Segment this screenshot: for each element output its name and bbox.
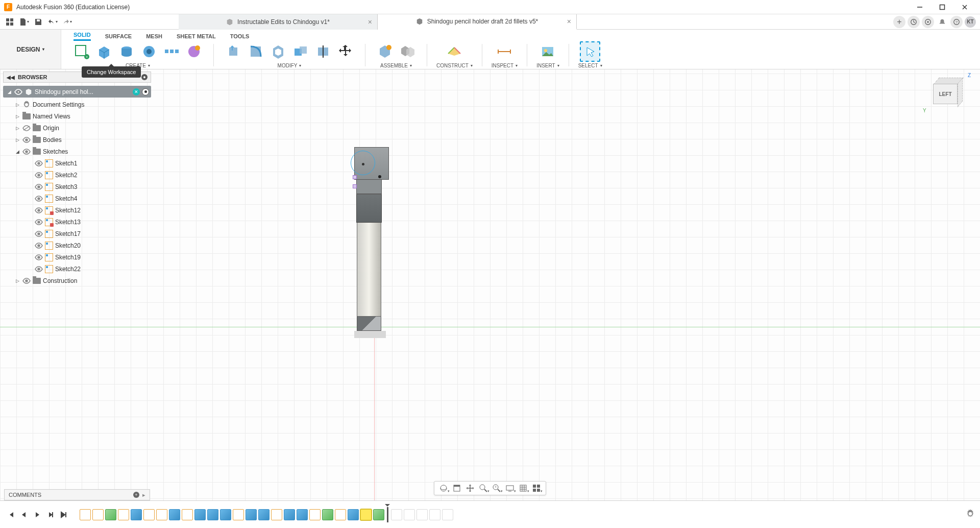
visibility-toggle[interactable] xyxy=(35,253,43,261)
ribbon-tab-sheetmetal[interactable]: SHEET METAL xyxy=(177,33,216,41)
timeline-feature[interactable] xyxy=(335,509,346,520)
split-button[interactable] xyxy=(313,41,333,62)
inspect-label[interactable]: INSPECT xyxy=(492,63,518,68)
timeline-settings-button[interactable] xyxy=(966,509,975,520)
assemble-label[interactable]: ASSEMBLE xyxy=(380,63,412,68)
timeline-step-back-button[interactable] xyxy=(18,509,30,520)
tree-node-sketch[interactable]: Sketch17 xyxy=(3,228,151,239)
timeline-feature[interactable] xyxy=(246,509,257,520)
file-menu-button[interactable]: ▾ xyxy=(18,16,30,28)
visibility-toggle[interactable] xyxy=(35,265,43,273)
move-button[interactable] xyxy=(335,41,356,62)
visibility-toggle[interactable] xyxy=(35,195,43,203)
new-component-button[interactable] xyxy=(375,41,395,62)
visibility-toggle[interactable] xyxy=(22,148,31,156)
measure-button[interactable] xyxy=(494,41,514,62)
tree-node-construction[interactable]: ▷ Construction xyxy=(3,275,151,286)
tree-node-sketch[interactable]: Sketch20 xyxy=(3,239,151,251)
fillet-button[interactable] xyxy=(246,41,266,62)
tree-node-origin[interactable]: ▷ Origin xyxy=(3,122,151,134)
notifications-button[interactable] xyxy=(936,16,948,28)
user-avatar[interactable]: KT xyxy=(965,16,976,28)
timeline-end-button[interactable] xyxy=(58,509,69,520)
close-tab-icon[interactable]: × xyxy=(368,18,372,26)
tree-node-bodies[interactable]: ▷ Bodies xyxy=(3,134,151,146)
timeline-feature[interactable] xyxy=(194,509,206,520)
sketch-point[interactable] xyxy=(378,175,381,178)
visibility-toggle[interactable] xyxy=(22,136,31,144)
visibility-toggle[interactable] xyxy=(35,159,43,167)
record-icon[interactable] xyxy=(142,88,149,95)
redo-button[interactable]: ▾ xyxy=(61,16,72,28)
sketch-point[interactable] xyxy=(362,163,364,165)
comments-bar[interactable]: COMMENTS + ▸ xyxy=(4,489,150,500)
timeline-marker[interactable] xyxy=(387,507,388,522)
construct-plane-button[interactable] xyxy=(444,41,464,62)
extensions-button[interactable] xyxy=(908,16,920,28)
modify-label[interactable]: MODIFY xyxy=(278,63,302,68)
model-body[interactable] xyxy=(354,147,389,338)
document-tab-2[interactable]: Shindogu pencil holder draft 2d fillets … xyxy=(378,14,577,30)
tree-node-sketch[interactable]: Sketch2 xyxy=(3,169,151,181)
help-button[interactable]: ? xyxy=(950,16,963,28)
data-panel-button[interactable] xyxy=(4,16,15,28)
timeline-feature[interactable] xyxy=(131,509,142,520)
timeline-feature[interactable] xyxy=(92,509,104,520)
timeline-feature[interactable] xyxy=(258,509,270,520)
timeline-feature[interactable] xyxy=(442,509,453,520)
extrude-button[interactable] xyxy=(94,41,114,62)
window-minimize-button[interactable] xyxy=(909,0,931,14)
create-sketch-button[interactable]: + xyxy=(71,41,92,62)
tree-node-sketches[interactable]: ◢ Sketches xyxy=(3,146,151,157)
grid-settings-button[interactable]: ▾ xyxy=(517,483,529,494)
timeline-feature[interactable] xyxy=(207,509,218,520)
undo-button[interactable]: ▾ xyxy=(47,16,58,28)
new-tab-button[interactable]: + xyxy=(893,16,905,28)
timeline-feature[interactable] xyxy=(220,509,231,520)
timeline-feature[interactable] xyxy=(284,509,295,520)
ribbon-tab-mesh[interactable]: MESH xyxy=(146,33,162,41)
hole-button[interactable] xyxy=(139,41,159,62)
pattern-button[interactable] xyxy=(161,41,182,62)
tree-node-sketch[interactable]: Sketch1 xyxy=(3,157,151,169)
sketch-constraint-icon[interactable] xyxy=(353,184,357,188)
model-segment[interactable] xyxy=(356,194,382,223)
ribbon-tab-tools[interactable]: TOOLS xyxy=(230,33,250,41)
press-pull-button[interactable] xyxy=(223,41,243,62)
shell-button[interactable] xyxy=(268,41,288,62)
visibility-toggle[interactable] xyxy=(35,183,43,191)
timeline-step-fwd-button[interactable] xyxy=(45,509,56,520)
tree-node-sketch[interactable]: Sketch13 xyxy=(3,216,151,228)
visibility-toggle[interactable] xyxy=(35,218,43,226)
document-tab-1[interactable]: Instructable Edits to Chindogu v1* × xyxy=(179,14,378,30)
model-shaft[interactable] xyxy=(357,223,381,317)
sketch-constraint-icon[interactable] xyxy=(353,175,357,179)
collapse-icon[interactable]: ◀◀ xyxy=(7,75,15,80)
timeline-feature[interactable] xyxy=(373,509,384,520)
timeline-feature[interactable] xyxy=(297,509,308,520)
select-button[interactable] xyxy=(580,41,600,62)
fit-button[interactable]: +▾ xyxy=(491,483,503,494)
timeline-feature[interactable] xyxy=(348,509,359,520)
timeline-feature[interactable] xyxy=(360,509,372,520)
insert-label[interactable]: INSERT xyxy=(536,63,559,68)
timeline-feature[interactable] xyxy=(182,509,193,520)
save-button[interactable] xyxy=(33,16,44,28)
form-button[interactable] xyxy=(184,41,204,62)
window-close-button[interactable] xyxy=(953,0,976,14)
timeline-feature[interactable] xyxy=(322,509,333,520)
timeline-feature[interactable] xyxy=(156,509,167,520)
tree-node-named-views[interactable]: ▷ Named Views xyxy=(3,110,151,122)
tree-root[interactable]: ◢ Shindogu pencil hol... ✕ xyxy=(3,86,151,98)
timeline-feature[interactable] xyxy=(80,509,91,520)
construct-label[interactable]: CONSTRUCT xyxy=(436,63,473,68)
timeline-start-button[interactable] xyxy=(5,509,16,520)
select-label[interactable]: SELECT xyxy=(578,63,602,68)
timeline-feature[interactable] xyxy=(416,509,428,520)
expand-icon[interactable]: ▸ xyxy=(142,492,145,498)
tree-node-sketch[interactable]: Sketch4 xyxy=(3,193,151,204)
look-at-button[interactable] xyxy=(451,483,463,494)
timeline-feature[interactable] xyxy=(271,509,282,520)
visibility-toggle[interactable] xyxy=(35,230,43,238)
display-settings-button[interactable]: ▾ xyxy=(504,483,516,494)
